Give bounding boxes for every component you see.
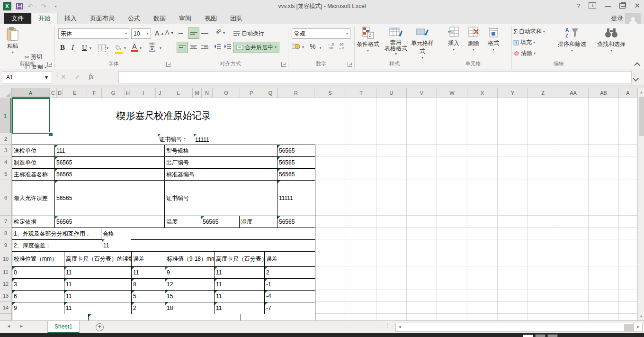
row-header-4[interactable]: 4 (0, 156, 11, 168)
delete-cells-button[interactable]: 删除▾ (464, 27, 483, 52)
column-header-AA[interactable]: AA (558, 88, 589, 98)
row-header-9[interactable]: 9 (0, 239, 11, 251)
formula-bar-expand-icon[interactable] (634, 74, 638, 82)
column-header-A[interactable]: A (12, 88, 50, 98)
row-header-13[interactable]: 13 (0, 290, 11, 302)
tab-page-layout[interactable]: 页面布局 (83, 13, 121, 24)
tab-file[interactable]: 文件 (4, 13, 31, 24)
tab-review[interactable]: 审阅 (172, 13, 198, 24)
column-header-T[interactable]: T (346, 88, 376, 98)
sheet-cell[interactable]: -7 (264, 302, 315, 314)
column-header-P[interactable]: P (240, 88, 263, 98)
sheet-cell[interactable] (241, 314, 315, 320)
sheet-nav-left-icon[interactable]: ◄ (7, 324, 11, 328)
normal-view-icon[interactable] (523, 334, 533, 337)
sheet-cell[interactable]: 标准值（9-18）mm (165, 251, 215, 267)
bold-button[interactable]: B (60, 44, 65, 52)
new-sheet-icon[interactable]: + (96, 323, 104, 331)
align-center-icon[interactable] (188, 42, 198, 52)
row-header-8[interactable]: 8 (0, 228, 11, 239)
sheet-cell[interactable]: 11111 (194, 134, 223, 145)
column-header-C[interactable]: C (50, 88, 57, 98)
sheet-cell[interactable]: 湿度 (239, 216, 277, 228)
restore-icon[interactable] (619, 3, 626, 9)
sheet-cell[interactable]: -4 (264, 290, 315, 302)
row-header-10[interactable]: 10 (0, 251, 11, 266)
sheet-cell[interactable]: 8 (131, 278, 165, 291)
row-header-14[interactable]: 14 (0, 302, 11, 314)
cell-styles-button[interactable]: 单元格样式▾ (410, 27, 435, 60)
column-header-R[interactable]: R (278, 88, 314, 98)
sheet-cell[interactable]: 误差 (131, 251, 165, 267)
column-header-J[interactable]: J (156, 88, 164, 98)
vertical-scroll-thumb[interactable] (639, 97, 644, 136)
align-top-icon[interactable] (177, 27, 187, 38)
sheet-cell[interactable]: 6 (12, 290, 64, 302)
sheet-cell[interactable]: 11 (64, 302, 132, 314)
sheet-cell[interactable]: 11 (214, 290, 265, 302)
fill-color-dropdown-icon[interactable]: ▾ (124, 46, 126, 50)
sheetbar-splitter[interactable]: ⋮ (385, 323, 390, 328)
vertical-scrollbar[interactable]: ▲ ▼ (637, 88, 644, 320)
column-header-Z[interactable]: Z (528, 88, 558, 98)
sheet-cell[interactable]: 11 (102, 239, 131, 252)
sheet-cell[interactable]: 2 (264, 266, 315, 279)
column-header-M[interactable]: M (193, 88, 202, 98)
borders-dropdown-icon[interactable]: ▾ (107, 46, 108, 50)
clipboard-dialog-launcher-icon[interactable] (47, 62, 52, 67)
sheet-nav-right-icon[interactable]: ► (19, 324, 24, 328)
increase-decimal-icon[interactable]: ←.0.00 (328, 43, 334, 50)
column-header-N[interactable]: N (202, 88, 213, 98)
tab-insert[interactable]: 插入 (58, 13, 83, 24)
italic-button[interactable]: I (72, 44, 74, 52)
sheet-cell[interactable]: 主标准器名称 (12, 168, 55, 181)
underline-button[interactable]: U (82, 44, 87, 52)
column-header-U[interactable]: U (376, 88, 407, 98)
grid-body[interactable]: 楔形塞尺校准原始记录证书编号：11111送检单位111型号规格56565制造单位… (12, 98, 637, 320)
sheet-cell[interactable]: 15 (165, 290, 215, 302)
decrease-indent-icon[interactable] (214, 44, 221, 49)
row-header-7[interactable]: 7 (0, 216, 11, 228)
font-family-select[interactable]: 宋体▾ (58, 28, 129, 39)
avatar[interactable] (625, 13, 641, 24)
alignment-dialog-launcher-icon[interactable] (281, 62, 286, 67)
page-break-view-icon[interactable] (547, 334, 558, 337)
column-header-Y[interactable]: Y (498, 88, 528, 98)
sheet-cell[interactable]: 111 (54, 145, 165, 157)
formula-bar-splitter[interactable]: ⋮⋮ (55, 73, 59, 78)
align-left-icon[interactable] (177, 42, 188, 53)
column-header-H[interactable]: H (125, 88, 131, 98)
insert-function-icon[interactable]: fx (89, 73, 93, 81)
sheet-cell[interactable] (165, 314, 241, 320)
column-header-D[interactable]: D (57, 88, 63, 98)
insert-cells-button[interactable]: 插入▾ (444, 27, 463, 52)
format-cells-button[interactable]: 格式▾ (484, 27, 503, 52)
sheet-cell[interactable]: 高度卡尺（百分表） (214, 251, 265, 267)
sheet-cell[interactable]: 11 (64, 266, 132, 279)
help-icon[interactable]: ? (577, 2, 580, 9)
sheet-cell[interactable]: 楔形塞尺校准原始记录 (12, 98, 315, 134)
sheet-cell[interactable]: 11 (214, 278, 265, 291)
column-header-O[interactable]: O (213, 88, 240, 98)
align-right-icon[interactable] (199, 42, 210, 52)
column-header-G[interactable]: G (102, 88, 125, 98)
sheet-cell[interactable]: 18 (165, 302, 215, 314)
merge-center-button[interactable]: 合并后居中▾ (233, 42, 279, 53)
accounting-dropdown-icon[interactable]: ▾ (302, 46, 304, 49)
fill-button[interactable]: 填充▾ (513, 38, 535, 46)
minimize-icon[interactable]: — (605, 2, 611, 9)
sheet-cell[interactable]: 校准位置（mm） (12, 251, 64, 267)
borders-icon[interactable] (98, 45, 106, 52)
sheet-cell[interactable]: 11111 (277, 180, 315, 216)
sheet-cell[interactable]: 56565 (277, 168, 315, 181)
sheet-cell[interactable]: 9 (12, 302, 64, 314)
sheet-cell[interactable]: 3 (12, 278, 64, 291)
orientation-dropdown-icon[interactable]: ▾ (223, 31, 225, 35)
scroll-up-icon[interactable]: ▲ (638, 88, 644, 96)
sheet-cell[interactable]: 9 (165, 266, 215, 279)
row-header-x[interactable] (0, 314, 11, 320)
column-header-AB[interactable]: AB (589, 88, 619, 98)
column-header-Q[interactable]: Q (263, 88, 278, 98)
orientation-icon[interactable]: ab (215, 27, 223, 35)
row-header-5[interactable]: 5 (0, 168, 11, 180)
